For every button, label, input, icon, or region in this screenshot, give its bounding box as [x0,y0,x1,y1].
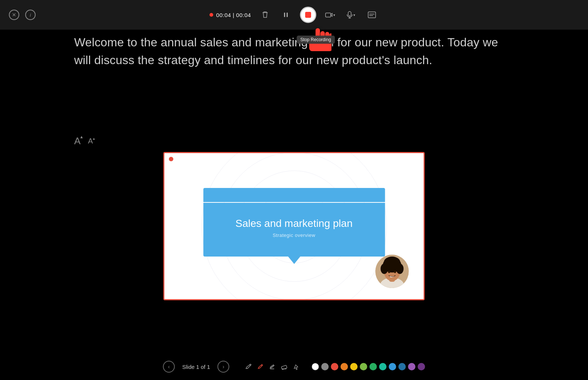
slide-container: Sales and marketing plan Strategic overv… [163,152,425,300]
info-button[interactable]: i [25,10,36,20]
close-icon: ✕ [12,12,16,18]
transcript-text: Welcome to the annual sales and marketin… [74,33,514,69]
color-green[interactable] [370,363,377,370]
svg-point-23 [388,271,390,273]
presenter-avatar [376,255,409,288]
prev-slide-button[interactable]: ‹ [163,361,175,373]
bubble-pointer [287,256,301,264]
bottom-bar: ‹ Slide 1 of 1 › [163,361,425,373]
pen-tool-button[interactable] [244,362,253,371]
speech-bubble: Sales and marketing plan Strategic overv… [203,188,385,265]
slide-title: Sales and marketing plan [214,218,374,229]
prev-icon: ‹ [168,364,170,370]
bubble-main: Sales and marketing plan Strategic overv… [203,203,385,257]
font-larger-button[interactable]: A▲ [74,135,80,147]
color-blue[interactable] [389,363,396,370]
close-button[interactable]: ✕ [9,10,19,20]
marker-tool-button[interactable] [256,362,265,371]
marker-icon [257,363,264,370]
slide-content: Sales and marketing plan Strategic overv… [165,153,424,299]
svg-line-26 [261,365,262,366]
top-bar-left: ✕ i [9,10,36,20]
color-palette [312,363,425,370]
color-dark-purple[interactable] [418,363,425,370]
eraser-icon [281,363,288,370]
color-gray[interactable] [321,363,329,370]
bubble-top-bar [203,188,385,202]
slide-subtitle: Strategic overview [214,232,374,238]
font-smaller-button[interactable]: A▲ [88,137,93,145]
mic-icon [347,11,353,19]
color-orange[interactable] [341,363,348,370]
svg-point-24 [394,271,396,273]
color-red[interactable] [331,363,338,370]
mic-chevron-icon: ▾ [353,13,355,17]
pause-icon [282,11,290,19]
next-icon: › [222,364,224,370]
captions-button[interactable] [365,8,379,22]
highlighter-tool-button[interactable] [268,362,277,371]
mic-button[interactable]: ▾ [344,8,358,22]
svg-point-22 [384,257,400,268]
recording-dot [209,13,213,17]
stop-icon [305,12,311,18]
color-purple[interactable] [408,363,416,370]
camera-chevron-icon: ▾ [333,13,335,17]
pointer-icon [293,363,300,370]
captions-icon [368,11,376,18]
camera-icon [325,12,333,18]
svg-rect-8 [326,13,331,17]
recording-tooltip: Stop Recording [297,36,335,44]
color-yellow[interactable] [350,363,358,370]
slide-indicator: Slide 1 of 1 [182,364,210,370]
svg-rect-9 [348,11,351,16]
pen-icon [245,363,252,370]
info-icon: i [30,12,31,18]
color-dark-blue[interactable] [399,363,406,370]
top-bar-center: 00:04 | 00:04 Stop Recording [209,7,379,23]
next-slide-button[interactable]: › [218,361,229,373]
pause-button[interactable] [279,8,293,22]
svg-rect-0 [284,13,285,17]
top-bar: ✕ i 00:04 | 00:04 Stop Re [0,0,588,30]
highlighter-icon [269,363,276,370]
drawing-tools [244,362,301,371]
delete-button[interactable] [258,8,272,22]
eraser-tool-button[interactable] [280,362,289,371]
stop-recording-button[interactable] [300,7,316,23]
timer-display: 00:04 | 00:04 [216,12,251,18]
color-teal[interactable] [379,363,387,370]
trash-icon [261,11,269,19]
slide-rec-dot [169,157,174,161]
pointer-tool-button[interactable] [292,362,301,371]
svg-rect-12 [368,12,376,18]
avatar-image [376,255,409,288]
color-white[interactable] [312,363,319,370]
camera-button[interactable]: ▾ [324,8,337,22]
timer-section: 00:04 | 00:04 [209,12,251,18]
font-controls: A▲ A▲ [74,135,93,147]
transcript-area: Welcome to the annual sales and marketin… [74,33,514,69]
svg-rect-1 [287,13,288,17]
svg-line-25 [250,365,251,366]
color-light-green[interactable] [360,363,367,370]
